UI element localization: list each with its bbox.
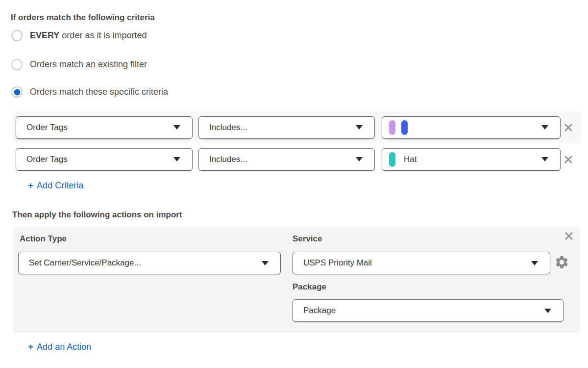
radio-label-rest: Orders match an existing filter [30,59,147,69]
purple-tag-swatch [389,120,395,135]
plus-icon: + [28,180,33,191]
remove-action-button[interactable] [564,231,574,241]
criteria-field-dropdown[interactable]: Order Tags [16,148,193,171]
chevron-down-icon [356,125,363,130]
service-settings-button[interactable] [554,255,569,270]
criteria-value-dropdown[interactable]: Hat [382,148,561,171]
close-icon [565,232,573,240]
actions-section-heading: Then apply the following actions on impo… [12,210,182,220]
criteria-row: Order Tags Includes... Hat [12,143,581,175]
chevron-down-icon [541,125,548,130]
dropdown-value: Includes... [209,123,356,132]
gear-icon [554,255,569,270]
radio-option-label: Orders match these specific criteria [30,87,168,97]
chevron-down-icon [262,261,269,265]
criteria-value-dropdown[interactable] [382,116,561,139]
radio-label-rest: order as it is imported [59,30,147,40]
action-type-dropdown[interactable]: Set Carrier/Service/Package... [18,252,281,274]
criteria-rows: Order Tags Includes... Order Tags Includ… [12,111,581,175]
radio-label-bold: EVERY [30,30,59,40]
radio-icon[interactable] [11,59,23,70]
action-type-label: Action Type [20,234,67,244]
remove-criteria-button[interactable] [564,123,573,132]
dropdown-value: Hat [404,155,541,164]
plus-icon: + [28,342,33,352]
radio-option-label: EVERY order as it is imported [30,30,147,41]
teal-tag-swatch [389,152,395,167]
close-icon [564,156,572,163]
package-label: Package [293,282,326,292]
add-criteria-link[interactable]: + Add Criteria [28,180,83,191]
criteria-field-dropdown[interactable]: Order Tags [16,116,193,139]
remove-criteria-button[interactable] [564,155,573,164]
radio-option-specific-criteria[interactable]: Orders match these specific criteria [11,86,168,98]
add-action-label: Add an Action [37,342,91,352]
criteria-operator-dropdown[interactable]: Includes... [198,116,375,139]
radio-option-label: Orders match an existing filter [30,59,147,70]
chevron-down-icon [544,309,551,313]
close-icon [564,124,572,131]
dropdown-value: Order Tags [26,123,173,132]
criteria-section-heading: If orders match the following criteria [11,13,155,23]
chevron-down-icon [356,157,363,161]
criteria-operator-dropdown[interactable]: Includes... [198,148,375,171]
package-dropdown[interactable]: Package [293,299,564,322]
chevron-down-icon [173,157,180,161]
blue-tag-swatch [401,120,408,135]
action-panel: Action Type Set Carrier/Service/Package.… [13,227,580,333]
add-criteria-label: Add Criteria [37,181,83,191]
radio-label-rest: Orders match these specific criteria [30,87,168,97]
dropdown-value: Package [303,306,544,315]
radio-selected-icon[interactable] [11,86,23,98]
add-action-link[interactable]: + Add an Action [28,342,91,352]
dropdown-value: Order Tags [26,155,173,164]
service-dropdown[interactable]: USPS Priority Mail [293,252,550,274]
service-label: Service [293,234,322,244]
chevron-down-icon [173,125,180,130]
chevron-down-icon [531,261,538,265]
chevron-down-icon [541,157,548,161]
dropdown-value: Includes... [209,155,356,164]
radio-option-existing-filter[interactable]: Orders match an existing filter [11,59,147,70]
dropdown-value: Set Carrier/Service/Package... [29,258,262,268]
dropdown-value: USPS Priority Mail [303,258,531,268]
radio-option-every-order[interactable]: EVERY order as it is imported [11,30,147,41]
radio-icon[interactable] [11,30,23,41]
criteria-row: Order Tags Includes... [12,111,581,143]
